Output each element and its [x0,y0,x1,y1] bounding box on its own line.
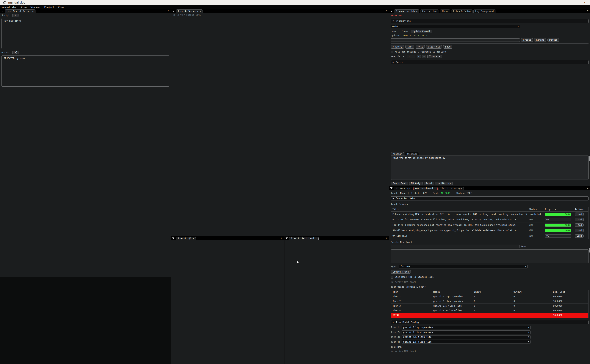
panel-tab[interactable]: AI Settings× [394,187,412,190]
discussion-action-button[interactable]: -> History [436,182,453,185]
usage-row: Tier 1 gemini-3.1-pro-preview 0 0 $0.000… [391,294,588,299]
usage-row: Tier 3 gemini-2.5-flash-lite 0 0 $0.0000 [391,304,588,308]
tab-close-icon[interactable]: × [193,237,194,240]
tab-close-icon[interactable]: × [199,10,201,13]
conductor-setup-header[interactable]: ▶ Conductor Setup [391,196,589,201]
discussion-action-button[interactable]: Reset [424,182,434,185]
discussion-name-input[interactable] [391,38,520,42]
panel-tab[interactable]: Theme× [440,9,450,13]
track-type-select[interactable]: feature ▼ [399,265,528,268]
script-expand-button[interactable]: [+] [12,13,19,17]
panel-close-icon[interactable]: × [386,9,387,12]
tier-model-select[interactable]: gemini-2.5-flash-lite ▼ [402,335,530,339]
create-track-button[interactable]: Create Track [391,270,411,274]
step-mode-checkbox[interactable] [391,276,393,279]
panel-menu-icon[interactable] [390,10,392,12]
menu-item[interactable]: Windows [31,6,40,9]
load-button[interactable]: Load [575,229,584,232]
script-text-box[interactable]: Get-ChildItem [1,18,169,49]
menu-item[interactable]: View [21,6,27,9]
scrollbar-thumb[interactable] [589,248,590,253]
tier-model-select[interactable]: gemini-3.1-pro-preview ▼ [402,326,530,329]
discussion-action-button[interactable]: MD Only [409,182,422,185]
close-button[interactable]: ✕ [583,1,586,5]
message-tab[interactable]: Message [391,152,404,156]
load-button[interactable]: Load [575,213,584,216]
entry-button[interactable]: +All [416,45,425,49]
panel-tab[interactable]: Files & Media× [451,9,472,13]
panel-tab[interactable]: Tier 3: Workers× [176,9,203,13]
panel-tab[interactable]: Log Management× [473,9,496,13]
panel-tab[interactable]: Discussion Hub× [394,9,419,13]
tier-model-select[interactable]: gemini-2.5-flash-lite ▼ [402,340,530,344]
scrollbar-thumb[interactable] [589,156,590,161]
entry-button[interactable]: Save [443,45,452,49]
tab-close-icon[interactable]: × [434,187,436,190]
track-row[interactable]: Enhance existing MMA orchestration GUI: … [391,212,588,217]
panel-menu-icon[interactable] [1,10,3,12]
last-script-output-panel: Last Script Output× × Script: [+] Get-Ch… [0,9,171,96]
output-expand-button[interactable]: [+] [12,51,19,54]
tab-close-icon[interactable]: × [32,10,34,13]
track-row[interactable]: UX_SIM_TEST NEW 0% Load [391,233,588,239]
panel-close-icon[interactable]: × [587,9,589,12]
track-name-input[interactable] [391,245,519,248]
output-text-box[interactable]: REJECTED by user [1,55,169,87]
updated-label: updated: [391,34,402,37]
window-controls: – □ ✕ [563,1,587,5]
truncate-button[interactable]: Truncate [427,55,442,58]
panel-menu-icon[interactable] [286,237,288,239]
panel-tab[interactable]: Last Script Output× [5,9,35,13]
panel-menu-icon[interactable] [390,187,392,189]
track-row[interactable]: Fix Tier 3 worker responses not reaching… [391,222,588,228]
menu-item[interactable]: Project [44,6,54,9]
chevron-down-icon: ▼ [528,331,530,333]
menu-item[interactable]: manual slop [2,6,17,9]
message-tab[interactable]: Response [405,152,419,156]
keep-pairs-decrement-button[interactable]: - [417,55,421,58]
panel-tab[interactable]: Tier 4: QA× [176,237,196,240]
roles-section-header[interactable]: ▶ Roles [391,60,589,64]
keep-pairs-increment-button[interactable]: + [422,55,426,58]
menu-item[interactable]: View [58,6,64,9]
keep-pairs-input[interactable] [407,55,416,58]
tier-model-config-header[interactable]: ▼ Tier Model Config [391,320,589,324]
tab-close-icon[interactable]: × [416,10,417,13]
panel-close-icon[interactable]: × [281,237,282,240]
maximize-button[interactable]: □ [573,1,575,5]
tier-model-select[interactable]: gemini-3-flash-preview ▼ [402,331,530,334]
panel-tab[interactable]: Tier 1: Strategy× [439,187,464,190]
discussion-name-button[interactable]: Delete [548,38,559,42]
entry-button[interactable]: Clear All [426,45,442,49]
entry-button[interactable]: -All [405,45,415,49]
discussion-branch-select[interactable]: main ▼ [391,25,520,28]
track-row[interactable]: Stabilize visual_sim_mma_v2.py and mock_… [391,228,588,233]
discussion-action-button[interactable]: Gen + Send [391,182,408,185]
panel-close-icon[interactable]: × [587,187,589,190]
panel-tab[interactable]: Tier 2: Tech Lead× [289,237,319,240]
track-description-textarea[interactable] [391,249,589,263]
tab-label: Theme [442,10,449,13]
update-commit-button[interactable]: Update Commit [411,30,432,33]
panel-tab[interactable]: MMA Dashboard× [413,187,437,190]
panel-tab-strip: AI Settings×MMA Dashboard×Tier 1: Strate… [389,186,590,190]
panel-menu-icon[interactable] [172,10,174,12]
load-button[interactable]: Load [575,234,584,238]
track-row[interactable]: Build UI for context window utilization,… [391,217,588,222]
panel-close-icon[interactable]: × [168,9,169,12]
panel-close-icon[interactable]: × [386,237,387,240]
message-textarea[interactable]: Read the first 10 lines of aggregate.py. [391,156,589,180]
discussion-name-button[interactable]: Create [521,38,533,42]
load-button[interactable]: Load [575,218,584,221]
autoadd-checkbox[interactable] [391,51,393,53]
entry-button[interactable]: + Entry [391,45,404,49]
discussions-section-header[interactable]: ▼ Discussions [391,19,589,23]
panel-tab[interactable]: Context Hub× [420,9,439,13]
minimize-button[interactable]: – [563,1,565,5]
load-button[interactable]: Load [575,223,584,227]
chevron-down-icon: ▼ [528,341,530,343]
tab-label: Log Management [475,10,494,13]
panel-menu-icon[interactable] [172,237,174,239]
tab-close-icon[interactable]: × [315,237,317,240]
discussion-name-button[interactable]: Rename [534,38,546,42]
